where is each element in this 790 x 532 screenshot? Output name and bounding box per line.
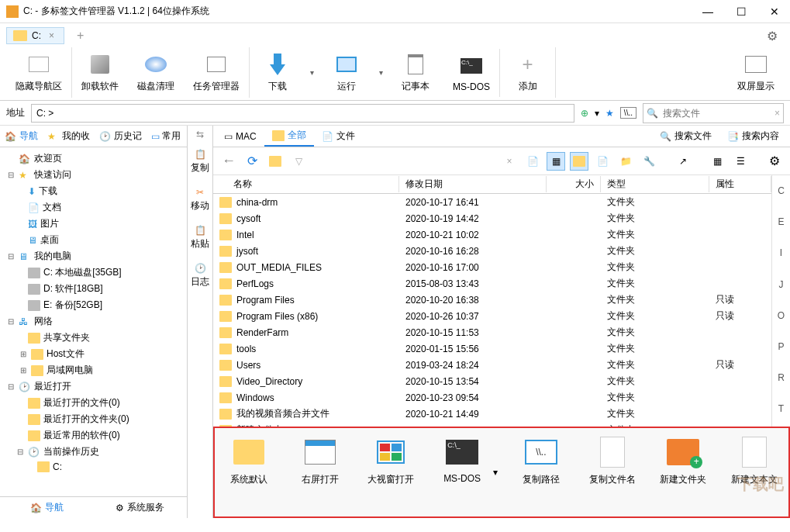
hide-nav-button[interactable]: 隐藏导航区: [6, 47, 72, 98]
tree-welcome[interactable]: 🏠欢迎页: [3, 150, 184, 167]
add-button[interactable]: +添加: [500, 47, 556, 98]
tree-drive-c[interactable]: C: 本地磁盘[35GB]: [3, 264, 184, 281]
tree-documents[interactable]: 📄文档: [3, 199, 184, 216]
copy-button[interactable]: 📋复制: [191, 146, 209, 178]
col-date[interactable]: 修改日期: [399, 176, 547, 192]
tree-op-c[interactable]: C:: [3, 460, 184, 474]
disk-clean-button[interactable]: 磁盘清理: [128, 47, 184, 98]
tab-favorites[interactable]: ★我的收: [43, 126, 95, 146]
search-file-button[interactable]: 🔍搜索文件: [652, 126, 719, 146]
clear-icon[interactable]: ×: [500, 152, 519, 171]
download-button[interactable]: 下载: [250, 47, 305, 98]
paste-button[interactable]: 📋粘贴: [191, 222, 209, 254]
alpha-T[interactable]: T: [772, 393, 790, 424]
file-row[interactable]: Windows2020-10-23 09:54文件夹: [213, 389, 771, 406]
path-icon[interactable]: \\..: [620, 107, 636, 119]
file-row[interactable]: cysoft2020-10-19 14:42文件夹: [213, 210, 771, 226]
file-row[interactable]: Intel2020-10-21 10:02文件夹: [213, 226, 771, 243]
maximize-button[interactable]: ☐: [732, 4, 751, 19]
tree-recent[interactable]: ⊟🕑最近打开: [3, 378, 184, 395]
notepad-button[interactable]: 记事本: [388, 47, 443, 98]
tree-drive-d[interactable]: D: 软件[18GB]: [3, 281, 184, 297]
dual-screen-button[interactable]: 双屏显示: [728, 47, 784, 98]
clear-search-icon[interactable]: ×: [774, 108, 780, 119]
msdos-button[interactable]: C:\_MS-DOS: [443, 49, 500, 97]
alpha-I[interactable]: I: [772, 237, 790, 268]
tree-network[interactable]: ⊟🖧网络: [3, 313, 184, 330]
tree-pictures[interactable]: 🖼图片: [3, 216, 184, 232]
view1-icon[interactable]: 📄: [523, 152, 542, 171]
tree-downloads[interactable]: ⬇下载: [3, 183, 184, 199]
tree-recent-files[interactable]: 最近打开的文件(0): [3, 395, 184, 411]
footer-nav-button[interactable]: 🏠导航: [0, 497, 94, 518]
alpha-J[interactable]: J: [772, 269, 790, 300]
list-icon[interactable]: ☰: [731, 152, 750, 171]
tree-recent-soft[interactable]: 最近常用的软件(0): [3, 427, 184, 444]
star-icon[interactable]: ★: [605, 108, 614, 119]
col-type[interactable]: 类型: [601, 176, 709, 192]
file-row[interactable]: tools2020-01-15 15:56文件夹: [213, 340, 771, 357]
close-tab-icon[interactable]: ×: [46, 30, 57, 41]
minimize-button[interactable]: —: [698, 4, 718, 19]
file-row[interactable]: Video_Directory2020-10-15 13:54文件夹: [213, 373, 771, 389]
file-row[interactable]: china-drm2020-10-17 16:41文件夹: [213, 194, 771, 210]
col-name[interactable]: 名称: [213, 176, 399, 192]
folder-up-icon[interactable]: [266, 152, 285, 171]
file-row[interactable]: Program Files2020-10-20 16:38文件夹只读: [213, 292, 771, 308]
tree-mypc[interactable]: ⊟🖥我的电脑: [3, 248, 184, 264]
run-dropdown[interactable]: ▾: [374, 68, 388, 77]
view4-icon[interactable]: 📄: [593, 152, 612, 171]
file-row[interactable]: 我的视频音频合并文件2020-10-21 14:49文件夹: [213, 406, 771, 422]
tree-host[interactable]: ⊞Host文件: [3, 346, 184, 362]
newfolder-icon[interactable]: 📁: [616, 152, 635, 171]
settings2-icon[interactable]: ⚙: [765, 152, 784, 171]
tree-lan[interactable]: ⊞局域网电脑: [3, 362, 184, 378]
btn-default[interactable]: 系统默认: [221, 436, 277, 486]
task-manager-button[interactable]: 任务管理器: [184, 47, 250, 98]
view3-icon[interactable]: [570, 152, 588, 171]
tab-history[interactable]: 🕑历史记: [95, 126, 147, 146]
alpha-E[interactable]: E: [772, 206, 790, 237]
move-button[interactable]: ✂移动: [191, 184, 209, 216]
file-row[interactable]: OUT_MEDIA_FILES2020-10-16 17:00文件夹: [213, 259, 771, 275]
download-dropdown[interactable]: ▾: [305, 68, 319, 77]
search-input[interactable]: [658, 104, 774, 123]
new-icon[interactable]: ⊕: [581, 108, 588, 119]
col-size[interactable]: 大小: [547, 176, 601, 192]
msdos-drop[interactable]: ▾: [493, 467, 498, 478]
open-ext-icon[interactable]: ↗: [674, 152, 692, 171]
address-input[interactable]: [31, 104, 574, 123]
tab-nav[interactable]: 🏠导航: [0, 126, 43, 146]
file-row[interactable]: jysoft2020-10-16 16:28文件夹: [213, 243, 771, 259]
file-row[interactable]: PerfLogs2015-08-03 13:43文件夹: [213, 275, 771, 292]
back-icon[interactable]: ←: [219, 152, 238, 171]
tree-op-history[interactable]: ⊟🕑当前操作历史: [3, 444, 184, 460]
drive-tab[interactable]: C: ×: [6, 27, 64, 44]
content-tab-mac[interactable]: ▭MAC: [216, 128, 264, 145]
props-icon[interactable]: 🔧: [640, 152, 658, 171]
tab-common[interactable]: ▭常用: [147, 126, 185, 146]
tree-drive-e[interactable]: E: 备份[52GB]: [3, 297, 184, 313]
file-row[interactable]: Program Files (x86)2020-10-26 10:37文件夹只读: [213, 308, 771, 324]
content-tab-file[interactable]: 📄文件: [314, 126, 363, 146]
collapse-icon[interactable]: ⇆: [196, 129, 204, 140]
btn-big-window[interactable]: 大视窗打开: [364, 436, 419, 486]
add-tab-button[interactable]: +: [71, 27, 90, 44]
tree-desktop[interactable]: 🖥桌面: [3, 232, 184, 248]
btn-copy-path[interactable]: \\..复制路径: [513, 436, 569, 486]
thumbs-icon[interactable]: ▦: [708, 152, 726, 171]
tree-quick[interactable]: ⊟★快速访问: [3, 167, 184, 183]
content-tab-all[interactable]: 全部: [264, 126, 314, 147]
file-row[interactable]: Users2019-03-24 18:24文件夹只读: [213, 357, 771, 373]
run-button[interactable]: 运行: [319, 47, 374, 98]
view2-icon[interactable]: ▦: [547, 152, 565, 171]
settings-icon[interactable]: ⚙: [761, 27, 784, 45]
file-row[interactable]: RenderFarm2020-10-15 11:53文件夹: [213, 324, 771, 340]
dropdown-icon[interactable]: ▾: [595, 108, 599, 119]
btn-copy-name[interactable]: 复制文件名: [585, 436, 640, 486]
uninstall-button[interactable]: 卸载软件: [72, 47, 128, 98]
btn-right-open[interactable]: 右屏打开: [292, 436, 348, 486]
close-button[interactable]: ✕: [765, 4, 784, 19]
footer-sys-button[interactable]: ⚙系统服务: [94, 497, 188, 518]
log-button[interactable]: 🕑日志: [191, 260, 209, 292]
